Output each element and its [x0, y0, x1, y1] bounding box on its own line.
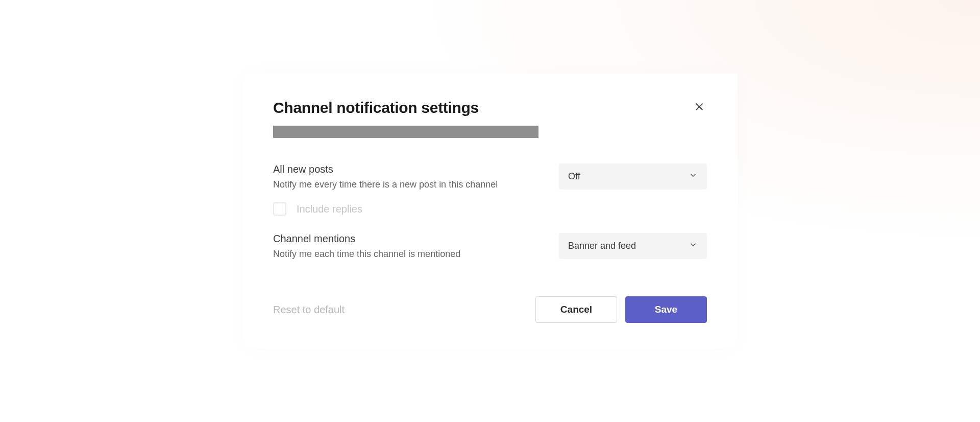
chevron-down-icon [689, 171, 698, 182]
reset-to-default-link[interactable]: Reset to default [273, 304, 345, 316]
setting-description: Notify me every time there is a new post… [273, 178, 538, 191]
close-button[interactable] [692, 99, 707, 116]
dropdown-value: Banner and feed [568, 241, 636, 251]
footer-buttons: Cancel Save [535, 296, 707, 323]
include-replies-row: Include replies [273, 202, 707, 216]
all-new-posts-dropdown[interactable]: Off [559, 163, 707, 190]
setting-label: All new posts [273, 163, 538, 175]
setting-text: All new posts Notify me every time there… [273, 163, 559, 191]
setting-text: Channel mentions Notify me each time thi… [273, 233, 559, 261]
close-icon [694, 101, 705, 114]
setting-all-new-posts: All new posts Notify me every time there… [273, 163, 707, 191]
chevron-down-icon [689, 240, 698, 252]
setting-channel-mentions: Channel mentions Notify me each time thi… [273, 233, 707, 261]
cancel-button[interactable]: Cancel [535, 296, 617, 323]
dialog-header: Channel notification settings [273, 99, 707, 116]
subtitle-placeholder [273, 126, 538, 138]
include-replies-label: Include replies [297, 203, 362, 215]
channel-mentions-dropdown[interactable]: Banner and feed [559, 233, 707, 259]
dialog-title: Channel notification settings [273, 99, 479, 116]
setting-description: Notify me each time this channel is ment… [273, 248, 538, 261]
dropdown-value: Off [568, 171, 580, 182]
dialog-footer: Reset to default Cancel Save [273, 296, 707, 323]
save-button[interactable]: Save [625, 296, 707, 323]
include-replies-checkbox[interactable] [273, 202, 286, 216]
notification-settings-dialog: Channel notification settings All new po… [242, 74, 738, 348]
setting-label: Channel mentions [273, 233, 538, 245]
